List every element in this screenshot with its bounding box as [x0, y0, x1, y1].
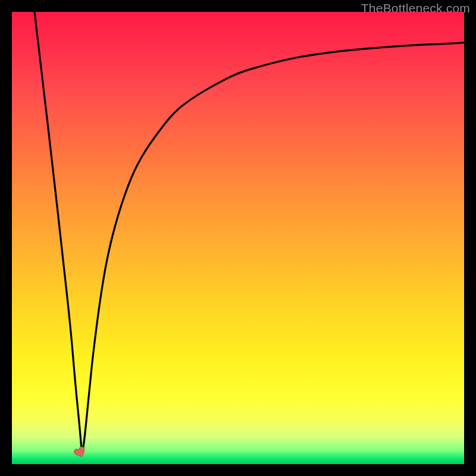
chart-frame: TheBottleneck.com [0, 0, 476, 476]
heart-icon [74, 446, 87, 459]
bottleneck-curve-path [35, 12, 464, 450]
plot-area [12, 12, 464, 464]
curve-overlay [12, 12, 464, 464]
